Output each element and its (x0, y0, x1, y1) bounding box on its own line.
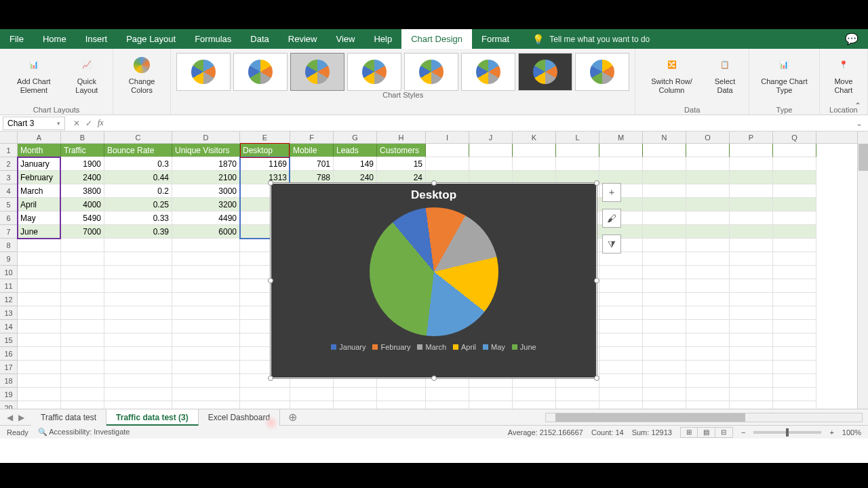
data-cell[interactable]: 0.39 (104, 225, 172, 239)
pie-chart-object[interactable]: Desktop JanuaryFebruaryMarchAprilMayJune (270, 182, 597, 379)
style-thumb-1[interactable] (176, 53, 231, 91)
zoom-out-icon[interactable]: − (741, 428, 745, 436)
column-header[interactable]: P (730, 131, 773, 143)
data-cell[interactable]: 1900 (61, 157, 104, 171)
data-cell[interactable]: 2100 (172, 171, 240, 184)
column-header[interactable]: K (513, 131, 556, 143)
data-cell[interactable]: 0.33 (104, 211, 172, 225)
quick-layout-button[interactable]: 📈Quick Layout (66, 53, 107, 96)
data-cell[interactable]: June (18, 225, 61, 239)
select-all-corner[interactable] (0, 131, 18, 143)
data-cell[interactable]: 0.2 (104, 184, 172, 198)
data-cell[interactable]: April (18, 198, 61, 211)
horizontal-scrollbar[interactable] (545, 413, 863, 422)
data-cell[interactable]: 701 (290, 157, 334, 171)
style-thumb-5[interactable] (404, 53, 458, 91)
name-box[interactable]: Chart 3▾ (3, 117, 65, 130)
data-cell[interactable]: 149 (334, 157, 377, 171)
add-sheet-button[interactable]: ⊕ (280, 411, 305, 424)
menu-tab-data[interactable]: Data (241, 29, 278, 49)
header-cell[interactable]: Customers (377, 144, 426, 157)
column-header[interactable]: H (377, 131, 426, 143)
column-header[interactable]: M (599, 131, 643, 143)
menu-tab-chart-design[interactable]: Chart Design (401, 29, 472, 49)
data-cell[interactable]: 2400 (61, 171, 104, 184)
formula-input[interactable] (108, 122, 850, 125)
comments-icon[interactable]: 💬 (845, 29, 859, 49)
column-header[interactable]: Q (773, 131, 816, 143)
row-header[interactable]: 1 (0, 144, 17, 157)
data-cell[interactable]: 1870 (172, 157, 240, 171)
zoom-slider[interactable] (753, 431, 821, 434)
add-chart-element-button[interactable]: 📊Add Chart Element (5, 53, 62, 96)
column-header[interactable]: B (61, 131, 104, 143)
data-cell[interactable]: 0.3 (104, 157, 172, 171)
header-cell[interactable]: Traffic (61, 144, 104, 157)
chart-filters-button[interactable]: ⧩ (602, 235, 621, 253)
data-cell[interactable]: 15 (377, 157, 426, 171)
menu-tab-view[interactable]: View (326, 29, 364, 49)
chart-title[interactable]: Desktop (271, 183, 597, 202)
view-buttons[interactable]: ⊞▤⊟ (680, 427, 733, 438)
menu-tab-format[interactable]: Format (472, 29, 519, 49)
data-cell[interactable]: January (18, 157, 61, 171)
column-header[interactable]: N (643, 131, 686, 143)
data-cell[interactable]: 7000 (61, 225, 104, 239)
legend-item[interactable]: January (331, 343, 366, 351)
row-header[interactable]: 15 (0, 333, 17, 347)
menu-tab-file[interactable]: File (0, 29, 33, 49)
data-cell[interactable]: 3800 (61, 184, 104, 198)
data-cell[interactable]: 5490 (61, 211, 104, 225)
chart-styles-gallery[interactable] (176, 50, 629, 91)
menu-tab-review[interactable]: Review (279, 29, 327, 49)
style-thumb-3[interactable] (290, 53, 344, 91)
row-header[interactable]: 20 (0, 401, 17, 409)
row-header[interactable]: 3 (0, 171, 17, 184)
row-header[interactable]: 6 (0, 211, 17, 225)
legend-item[interactable]: February (372, 343, 410, 351)
data-cell[interactable]: 6000 (172, 225, 240, 239)
column-header[interactable]: J (469, 131, 513, 143)
tell-me[interactable]: 💡 Tell me what you want to do (532, 29, 650, 49)
data-cell[interactable]: 4000 (61, 198, 104, 211)
vertical-scrollbar[interactable] (857, 131, 868, 409)
row-header[interactable]: 17 (0, 361, 17, 374)
column-header[interactable]: I (426, 131, 469, 143)
column-header[interactable]: G (334, 131, 377, 143)
sheet-tab[interactable]: Traffic data test (31, 409, 106, 426)
row-header[interactable]: 10 (0, 266, 17, 279)
header-cell[interactable]: Desktop (240, 144, 290, 157)
row-header[interactable]: 5 (0, 198, 17, 211)
row-header[interactable]: 4 (0, 184, 17, 198)
column-header[interactable]: A (18, 131, 61, 143)
data-cell[interactable]: 4490 (172, 211, 240, 225)
column-header[interactable]: L (556, 131, 599, 143)
style-thumb-2[interactable] (233, 53, 288, 91)
data-cell[interactable]: 3000 (172, 184, 240, 198)
collapse-ribbon-icon[interactable]: ⌃ (854, 101, 861, 110)
legend-item[interactable]: May (483, 343, 505, 351)
menu-tab-insert[interactable]: Insert (76, 29, 117, 49)
column-header[interactable]: D (172, 131, 240, 143)
enter-icon[interactable]: ✓ (85, 119, 92, 128)
chart-legend[interactable]: JanuaryFebruaryMarchAprilMayJune (271, 336, 597, 351)
data-cell[interactable]: February (18, 171, 61, 184)
row-header[interactable]: 16 (0, 347, 17, 361)
header-cell[interactable]: Bounce Rate (104, 144, 172, 157)
header-cell[interactable]: Leads (334, 144, 377, 157)
header-cell[interactable]: Mobile (290, 144, 334, 157)
header-cell[interactable]: Unique Visitors (172, 144, 240, 157)
sheet-tab[interactable]: Excel Dashboard (199, 409, 280, 426)
data-cell[interactable]: 3200 (172, 198, 240, 211)
change-chart-type-button[interactable]: 📊Change Chart Type (755, 53, 813, 96)
row-header[interactable]: 8 (0, 239, 17, 252)
row-header[interactable]: 18 (0, 374, 17, 388)
style-thumb-7[interactable] (518, 53, 572, 91)
worksheet-grid[interactable]: ABCDEFGHIJKLMNOPQ 1234567891011121314151… (0, 131, 868, 409)
column-header[interactable]: E (240, 131, 290, 143)
legend-item[interactable]: March (417, 343, 446, 351)
row-header[interactable]: 12 (0, 293, 17, 306)
legend-item[interactable]: April (453, 343, 476, 351)
accessibility-status[interactable]: 🔍 Accessibility: Investigate (38, 428, 130, 436)
legend-item[interactable]: June (512, 343, 536, 351)
